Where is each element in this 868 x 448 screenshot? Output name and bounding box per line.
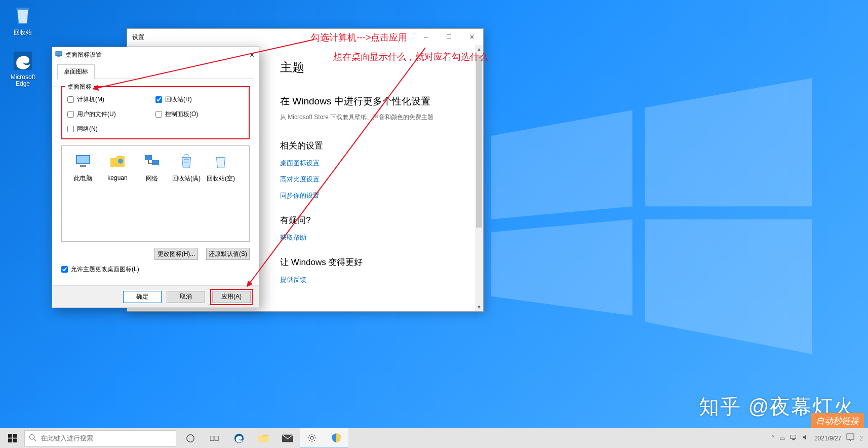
- desktop-icon-recycle-bin[interactable]: 回收站: [4, 4, 42, 37]
- watermark-corner: 自动秒链接: [811, 413, 864, 429]
- svg-point-6: [118, 159, 123, 164]
- svg-rect-13: [8, 438, 12, 442]
- cancel-button[interactable]: 取消: [167, 291, 205, 303]
- link-desktop-icon-settings[interactable]: 桌面图标设置: [280, 159, 470, 168]
- close-button[interactable]: ✕: [460, 29, 483, 45]
- taskbar-security[interactable]: [324, 428, 348, 449]
- pc-icon: [73, 151, 93, 171]
- section-heading-related: 相关的设置: [280, 140, 470, 152]
- link-feedback[interactable]: 提供反馈: [280, 275, 470, 284]
- svg-line-16: [34, 438, 36, 440]
- svg-rect-5: [80, 165, 86, 167]
- link-get-help[interactable]: 获取帮助: [280, 233, 470, 242]
- task-view-button[interactable]: [203, 428, 227, 449]
- tray-ime-icon[interactable]: ▭: [779, 435, 785, 442]
- svg-rect-1: [56, 51, 62, 55]
- checkbox-network[interactable]: 网络(N): [67, 125, 155, 133]
- scrollbar[interactable]: ▲ ▼: [475, 45, 483, 311]
- section-heading-better: 让 Windows 变得更好: [280, 256, 470, 268]
- cortana-button[interactable]: [178, 428, 203, 449]
- search-box[interactable]: 在此键入进行搜索: [24, 430, 176, 446]
- svg-rect-26: [847, 434, 854, 439]
- checkbox-recycle-bin[interactable]: 回收站(R): [155, 95, 244, 104]
- link-sync-settings[interactable]: 同步你的设置: [280, 191, 470, 200]
- start-button[interactable]: [0, 428, 24, 449]
- apply-button[interactable]: 应用(A): [212, 291, 251, 303]
- desktop-icons-group: 桌面图标 计算机(M) 用户的文件(U) 网络(N) 回收站(R) 控制面板(O…: [61, 86, 250, 139]
- scroll-down-icon[interactable]: ▼: [475, 303, 483, 311]
- search-placeholder: 在此键入进行搜索: [41, 434, 93, 443]
- svg-point-23: [310, 436, 313, 439]
- search-icon: [29, 434, 36, 443]
- tray-chevron-up-icon[interactable]: ˄: [771, 435, 774, 442]
- recycle-full-icon: [176, 151, 196, 171]
- desktop-icon-label: 回收站: [4, 28, 42, 37]
- recycle-bin-icon: [12, 4, 34, 26]
- svg-rect-24: [791, 435, 796, 439]
- recycle-empty-icon: [211, 151, 231, 171]
- tray-volume-icon[interactable]: [802, 434, 809, 442]
- section-heading-more: 在 Windows 中进行更多个性化设置: [280, 95, 470, 108]
- group-legend: 桌面图标: [65, 83, 94, 91]
- minimize-button[interactable]: ─: [415, 29, 438, 45]
- tray-clock[interactable]: 2021/9/27: [814, 435, 841, 442]
- link-high-contrast[interactable]: 高对比度设置: [280, 175, 470, 184]
- svg-rect-21: [258, 436, 268, 442]
- dialog-titlebar[interactable]: 桌面图标设置 ✕: [52, 47, 259, 62]
- checkbox-computer[interactable]: 计算机(M): [67, 95, 155, 104]
- desktop-icon-settings-dialog: 桌面图标设置 ✕ 桌面图标 桌面图标 计算机(M) 用户的文件(U) 网络(N)…: [52, 47, 259, 308]
- edge-icon: [12, 50, 34, 72]
- svg-rect-25: [792, 439, 795, 440]
- folder-user-icon: [107, 151, 128, 171]
- svg-point-15: [29, 434, 34, 439]
- system-tray[interactable]: ˄ ▭ 2021/9/27 2: [766, 433, 868, 443]
- desktop-icon-edge[interactable]: Microsoft Edge: [4, 50, 42, 87]
- settings-title: 设置: [132, 33, 144, 42]
- page-title: 主题: [280, 59, 470, 76]
- checkbox-userfiles[interactable]: 用户的文件(U): [67, 110, 155, 119]
- svg-rect-19: [215, 436, 218, 440]
- taskbar-explorer[interactable]: [251, 428, 275, 449]
- taskbar-mail[interactable]: [275, 428, 300, 449]
- dialog-tabs: 桌面图标: [57, 64, 254, 79]
- preview-recycle-empty[interactable]: 回收站(空): [204, 151, 238, 183]
- tab-desktop-icons[interactable]: 桌面图标: [57, 64, 95, 79]
- dialog-footer: 确定 取消 应用(A): [52, 285, 259, 308]
- preview-this-pc[interactable]: 此电脑: [66, 151, 100, 183]
- svg-rect-14: [13, 438, 17, 442]
- monitor-icon: [55, 51, 62, 59]
- desktop-icon-label: Microsoft Edge: [4, 74, 42, 87]
- tray-notifications-icon[interactable]: [846, 433, 854, 443]
- taskbar: 在此键入进行搜索 ˄ ▭ 2021/9/27 2: [0, 428, 868, 448]
- svg-rect-12: [13, 434, 17, 438]
- section-sub: 从 Microsoft Store 下载兼具壁纸、声音和颜色的免费主题: [280, 113, 470, 122]
- svg-rect-2: [57, 56, 60, 57]
- icon-preview-box[interactable]: 此电脑 keguan 网络 回收站(满) 回收站(空): [61, 145, 250, 242]
- preview-recycle-full[interactable]: 回收站(满): [169, 151, 204, 183]
- change-icon-button[interactable]: 更改图标(H)...: [154, 248, 198, 260]
- checkbox-control-panel[interactable]: 控制面板(O): [155, 110, 244, 119]
- windows-logo-light: [453, 20, 838, 405]
- svg-rect-4: [77, 156, 89, 163]
- restore-default-button[interactable]: 还原默认值(S): [206, 248, 250, 260]
- section-heading-question: 有疑问?: [280, 214, 470, 226]
- network-icon: [142, 151, 162, 171]
- taskbar-settings[interactable]: [300, 428, 324, 449]
- settings-titlebar[interactable]: 设置 ─ ☐ ✕: [127, 29, 483, 45]
- maximize-button[interactable]: ☐: [438, 29, 460, 45]
- ok-button[interactable]: 确定: [123, 291, 162, 303]
- tray-network-icon[interactable]: [790, 434, 797, 442]
- svg-rect-7: [145, 155, 152, 160]
- scroll-up-icon[interactable]: ▲: [475, 45, 483, 53]
- svg-point-17: [187, 434, 194, 441]
- scroll-thumb[interactable]: [476, 55, 482, 228]
- tray-badge: 2: [859, 435, 863, 442]
- taskbar-edge[interactable]: [227, 428, 251, 449]
- svg-rect-11: [8, 434, 12, 438]
- checkbox-allow-themes[interactable]: 允许主题更改桌面图标(L): [61, 265, 250, 274]
- preview-userfiles[interactable]: keguan: [100, 151, 135, 181]
- dialog-close-button[interactable]: ✕: [249, 51, 255, 59]
- preview-network[interactable]: 网络: [135, 151, 169, 183]
- svg-rect-18: [210, 436, 214, 440]
- dialog-title: 桌面图标设置: [65, 51, 102, 59]
